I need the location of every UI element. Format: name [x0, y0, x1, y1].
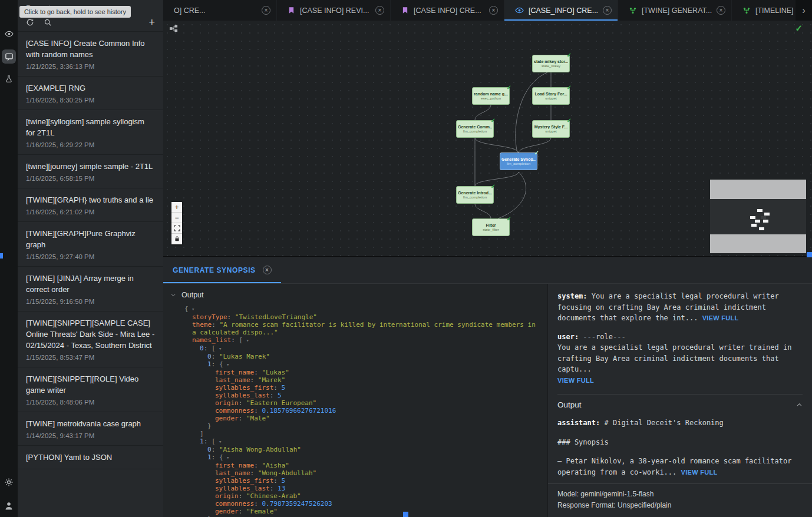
output-tab-label: GENERATE SYNOPSIS [173, 266, 256, 274]
system-role-label: system: [557, 292, 587, 300]
node-subtitle: llm_completion [463, 130, 487, 133]
graph-node[interactable]: ✓ Generate Synop... llm_completion [500, 153, 537, 170]
json-line: 0: [ ▾ [184, 344, 539, 353]
rail-settings-button[interactable] [2, 475, 16, 489]
lock-button[interactable] [171, 234, 182, 244]
assistant-line-1: # Digital Deceit's Reckoning [604, 419, 723, 427]
tab-close-icon[interactable]: × [489, 6, 498, 15]
json-line: 1: { ▾ [184, 360, 539, 369]
minimap-node [757, 209, 763, 212]
prompt-list-item[interactable]: [PYTHON] Yaml to JSON [18, 446, 163, 469]
json-line: 1: [ ▾ [184, 438, 539, 446]
node-success-check-icon: ✓ [491, 183, 496, 190]
graph-edge [475, 138, 519, 153]
user-message-intro: ---role--- [583, 333, 625, 341]
search-button[interactable] [44, 18, 52, 26]
prompt-title: [TWINE] metroidvania case graph [26, 418, 155, 429]
editor-tab[interactable]: [CASE_INFO] CRE... × [504, 0, 618, 21]
json-line: } [184, 422, 539, 430]
prompt-title: [PYTHON] Yaml to JSON [26, 452, 155, 463]
prompt-title: [TWINE][GRAPH]Pure Graphviz graph [26, 228, 155, 250]
rail-experiments-button[interactable] [2, 72, 16, 86]
model-info-footer: Model: gemini/gemini-1.5-flash Response … [548, 483, 812, 517]
zoom-in-button[interactable]: + [171, 202, 182, 213]
user-view-full-link[interactable]: VIEW FULL [557, 377, 594, 384]
generate-synopsis-tab[interactable]: GENERATE SYNOPSIS × [163, 257, 281, 283]
node-success-check-icon: ✓ [567, 52, 572, 58]
node-success-check-icon: ✓ [507, 84, 511, 91]
prompt-list-item[interactable]: [TWINE][GRAPH]Pure Graphviz graph 1/15/2… [18, 222, 163, 267]
editor-tab[interactable]: O] CRE... × [163, 0, 277, 21]
system-view-full-link[interactable]: VIEW FULL [702, 314, 739, 322]
tab-close-icon[interactable]: × [603, 6, 612, 15]
bookmark-icon [401, 6, 409, 14]
json-tree[interactable]: { ▾storyType: "TwistedLoveTriangle"theme… [163, 304, 547, 517]
prompt-list-item[interactable]: [TWINE] [JINJA] Array merge in correct o… [18, 267, 163, 311]
prompt-list-item[interactable]: [TWINE][SNIPPET][SAMPLE CASE] Online Thr… [18, 311, 163, 367]
minimap-node [751, 224, 757, 227]
editor-tab[interactable]: [CASE INFO] REVI... × [277, 0, 391, 21]
prompt-list-item[interactable]: [CASE INFO] Create Common Info with rand… [18, 32, 163, 77]
json-line: gender: "Male" [184, 415, 539, 422]
prompt-list-item[interactable]: [EXAMPLE] RNG 1/16/2025, 8:30:25 PM [18, 77, 163, 110]
tab-overflow-chevron-icon[interactable]: › [796, 0, 812, 21]
editor-tab[interactable]: [CASE INFO] CRE... × [391, 0, 504, 21]
graph-canvas[interactable]: ✓ state mikey stor... state_mikey ✓ rand… [163, 21, 812, 256]
response-format-label: Response Format: Unspecified/plain [557, 500, 803, 511]
prompt-list-item[interactable]: [twine][syllogism] sample syllogism for … [18, 110, 163, 155]
prompt-list-item[interactable]: [twine][journey] simple sample - 2T1L 1/… [18, 155, 163, 188]
resize-handle-bottom[interactable] [403, 512, 408, 517]
zoom-out-button[interactable]: − [171, 213, 182, 223]
messages-scroll-area: system: You are a specialist legal proce… [548, 284, 812, 483]
assistant-line-2: ### Synopsis [557, 437, 803, 448]
auto-layout-button[interactable] [169, 24, 178, 35]
graph-node[interactable]: ✓ state mikey stor... state_mikey [532, 55, 570, 72]
minimap-node [763, 220, 768, 223]
minimap-node [750, 216, 755, 219]
minimap-node [761, 216, 766, 219]
graph-node[interactable]: ✓ Generate Comm... llm_completion [456, 120, 494, 138]
refresh-button[interactable] [26, 18, 34, 26]
json-line: origin: "Eastern European" [184, 399, 539, 407]
graph-node[interactable]: ✓ Load Story For... snippet [532, 87, 570, 105]
editor-tab[interactable]: [TIMELINE] CASE ... × [732, 0, 796, 21]
tab-label: [TWINE] GENERAT... [642, 6, 712, 15]
output-tab-close-icon[interactable]: × [263, 266, 272, 274]
rail-view-button[interactable] [2, 26, 16, 41]
history-tooltip: Click to go back, hold to see history [19, 6, 131, 18]
resize-handle-left[interactable] [0, 253, 3, 258]
graph-edge [475, 105, 491, 120]
prompt-list-item[interactable]: [TWINE][SNIPPET][ROLE] Video game writer… [18, 367, 163, 412]
resize-handle-right[interactable] [807, 252, 812, 257]
tab-close-icon[interactable]: × [262, 6, 270, 15]
assistant-view-full-link[interactable]: VIEW FULL [681, 469, 718, 476]
zoom-controls: + − [171, 202, 182, 244]
node-title: state mikey stor... [534, 59, 568, 64]
graph-node[interactable]: ✓ Mystery Style F... snippet [532, 120, 570, 138]
graph-node[interactable]: ✓ Generate Introd... llm_completion [456, 186, 494, 204]
node-title: random name g... [474, 92, 508, 96]
graph-node[interactable]: ✓ Filter state_filter [472, 218, 510, 236]
minimap[interactable] [710, 180, 806, 253]
graph-edge [475, 172, 519, 186]
tab-close-icon[interactable]: × [375, 6, 384, 15]
prompt-list-item[interactable]: [TWINE] metroidvania case graph 1/14/202… [18, 412, 163, 446]
collapse-chevron-icon[interactable] [170, 292, 176, 298]
prompt-title: [twine][syllogism] sample syllogism for … [26, 116, 155, 138]
collapse-up-chevron-icon[interactable] [796, 402, 803, 408]
rail-account-button[interactable] [2, 499, 16, 513]
node-subtitle: llm_completion [507, 162, 530, 165]
fit-view-button[interactable] [171, 223, 182, 234]
prompt-list-item[interactable]: [TWINE][GRAPH} two truths and a lie 1/16… [18, 188, 163, 222]
node-success-check-icon: ✓ [534, 150, 539, 156]
prompt-title: [TWINE][SNIPPET][SAMPLE CASE] Online Thr… [26, 317, 155, 351]
tab-label: [TIMELINE] CASE ... [755, 6, 796, 15]
node-success-check-icon: ✓ [491, 117, 496, 124]
editor-tab[interactable]: [TWINE] GENERAT... × [618, 0, 732, 21]
add-prompt-button[interactable]: + [148, 18, 155, 26]
tab-close-icon[interactable]: × [717, 6, 725, 15]
node-title: Generate Introd... [458, 191, 492, 195]
rail-prompts-button[interactable] [2, 49, 16, 64]
graph-node[interactable]: ✓ random name g... exec_python [472, 87, 510, 105]
json-line: gender: "Female" [184, 508, 539, 515]
